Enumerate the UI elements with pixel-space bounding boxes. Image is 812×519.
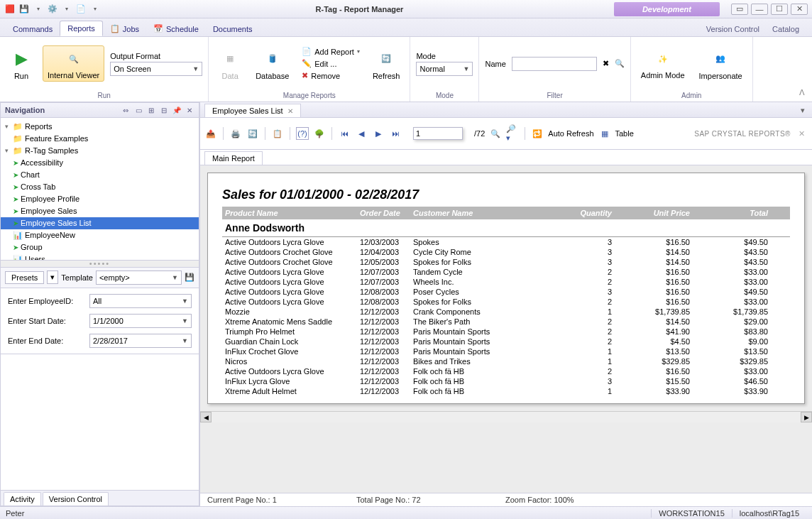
col-customer-name: Customer Name [413,209,555,217]
output-format-label: Output Format [110,52,202,60]
search-icon[interactable]: 🔍 [489,127,502,140]
data-button[interactable]: ▦ Data [214,46,246,82]
scroll-left-icon[interactable]: ◀ [200,412,212,422]
param-input-enter-start-date-[interactable]: 1/1/2000▼ [89,314,192,328]
col-quantity: Quantity [555,209,612,217]
users-icon: 👥 [709,48,732,70]
table-row: Xtreme Adult Helmet12/12/2003Folk och fä… [222,386,790,396]
tree-item-employeenew[interactable]: EmployeeNew [1,229,199,241]
grid-icon: ▦ [219,48,241,70]
maximize-icon[interactable]: ☐ [771,4,788,15]
last-page-icon[interactable]: ⏭ [389,127,402,140]
scroll-right-icon[interactable]: ▶ [801,412,812,422]
table-row: Active Outdoors Lycra Glove12/07/2003Tan… [222,267,790,277]
tree-item-reports[interactable]: ▾ Reports [1,121,199,133]
zoom-icon[interactable]: 🔎▾ [506,127,519,140]
bottom-tab-version-control[interactable]: Version Control [43,492,109,506]
nav-close-icon[interactable]: ✕ [185,105,194,115]
tree-item-employee-sales[interactable]: Employee Sales [1,205,199,217]
tree-item-employee-sales-list[interactable]: Employee Sales List [1,217,199,229]
viewer-close-icon[interactable]: ✕ [795,127,808,140]
tabs-dropdown-icon[interactable]: ▾ [798,106,808,115]
nav-pin-icon[interactable]: 📌 [172,105,182,115]
internal-viewer-button[interactable]: 🔍 Internal Viewer [43,45,104,82]
print-icon[interactable]: 🖨️ [229,127,242,140]
param-label: Enter End Date: [8,337,82,345]
impersonate-button[interactable]: 👥 Impersonate [695,46,747,82]
tree-toggle-icon[interactable]: 🌳 [313,127,326,140]
admin-mode-button[interactable]: ✨ Admin Mode [637,46,689,81]
qat-gear-icon[interactable]: ⚙️ [47,4,58,15]
tab-close-icon[interactable]: ✕ [287,107,293,115]
template-combo[interactable]: <empty>▼ [96,271,182,285]
tree-item-feature-examples[interactable]: Feature Examples [1,133,199,145]
page-input[interactable] [413,127,463,140]
link-version-control[interactable]: Version Control [705,22,761,36]
auto-refresh-label[interactable]: Auto Refresh [548,129,593,138]
table-icon[interactable]: ▦ [598,127,611,140]
param-input-enter-employeeid-[interactable]: All▼ [89,294,192,308]
main-tab-documents[interactable]: Documents [206,22,260,36]
main-tab-commands[interactable]: Commands [6,22,60,36]
report-tab[interactable]: Employee Sales List ✕ [204,104,301,117]
tree-item-accessibility[interactable]: Accessibility [1,157,199,169]
run-button[interactable]: ▶ Run [6,46,37,82]
main-tab-reports[interactable]: Reports [60,21,103,36]
output-format-combo[interactable]: On Screen▼ [110,62,202,76]
tree-item-employee-profile[interactable]: Employee Profile [1,193,199,205]
filter-name-input[interactable] [512,57,597,71]
table-label[interactable]: Table [615,129,634,138]
nav-plus-icon[interactable]: ⊞ [146,105,156,115]
export-icon[interactable]: 📤 [204,127,217,140]
win-inner-icon[interactable]: ▭ [731,4,748,15]
nav-tree[interactable]: ▾ Reports Feature Examples▾ R-Tag Sample… [0,118,199,261]
close-icon[interactable]: ✕ [791,4,808,15]
mode-label: Mode [416,52,473,60]
nav-minus-icon[interactable]: ⊟ [159,105,169,115]
bottom-tab-activity[interactable]: Activity [4,492,41,506]
dev-badge: Development [614,2,720,16]
filter-clear-icon[interactable]: ✖ [603,59,609,68]
first-page-icon[interactable]: ⏮ [338,127,351,140]
auto-refresh-icon[interactable]: 🔁 [531,127,544,140]
tree-item-r-tag-samples[interactable]: ▾ R-Tag Samples [1,145,199,157]
nav-dock-icon[interactable]: ⇔ [121,105,131,115]
edit-report-button[interactable]: ✏️Edit ... [299,58,363,69]
database-button[interactable]: 🛢️ Database [251,46,293,82]
template-save-icon[interactable]: 💾 [185,273,194,282]
tree-item-chart[interactable]: Chart [1,169,199,181]
ribbon-collapse-icon[interactable]: ᐱ [792,84,812,102]
remove-report-button[interactable]: ✖Remove [299,70,363,81]
template-label: Template [61,273,93,282]
filter-apply-icon[interactable]: 🔍 [615,59,625,68]
main-report-subtab[interactable]: Main Report [204,151,263,165]
table-row: Active Outdoors Crochet Glove12/04/2003C… [222,247,790,257]
horizontal-scrollbar[interactable]: ◀ ▶ [200,411,812,422]
filter-name-label: Name [485,60,505,68]
presets-button[interactable]: Presets [5,271,44,284]
tree-item-group[interactable]: Group [1,241,199,253]
refresh-button[interactable]: 🔄 Refresh [368,46,405,82]
reload-icon[interactable]: 🔄 [246,127,259,140]
link-catalog[interactable]: Catalog [771,22,801,36]
prev-page-icon[interactable]: ◀ [355,127,368,140]
minimize-icon[interactable]: — [751,4,768,15]
tree-item-cross-tab[interactable]: Cross Tab [1,181,199,193]
qat-save-icon[interactable]: 💾 [18,4,30,15]
table-row: Guardian Chain Lock12/12/2003Paris Mount… [222,337,790,346]
copy-icon[interactable]: 📋 [271,127,284,140]
next-page-icon[interactable]: ▶ [372,127,385,140]
mode-combo[interactable]: Normal▼ [416,62,473,76]
add-report-button[interactable]: 📄Add Report▾ [299,46,363,57]
status-zoom: Zoom Factor: 100% [505,496,626,504]
main-tab-jobs[interactable]: 📋Jobs [103,21,146,36]
table-row: InFlux Crochet Glove12/12/2003Paris Moun… [222,346,790,356]
presets-dropdown-icon[interactable]: ▾ [47,271,58,284]
params-icon[interactable]: (?) [296,127,309,140]
splitter-handle[interactable]: ••••• [0,261,199,268]
col-order-date: Order Date [360,209,413,217]
main-tab-schedule[interactable]: 📅Schedule [146,21,206,36]
param-input-enter-end-date-[interactable]: 2/28/2017▼ [89,334,192,348]
nav-min-icon[interactable]: ▭ [133,105,143,115]
qat-doc-icon[interactable]: 📄 [75,4,87,15]
